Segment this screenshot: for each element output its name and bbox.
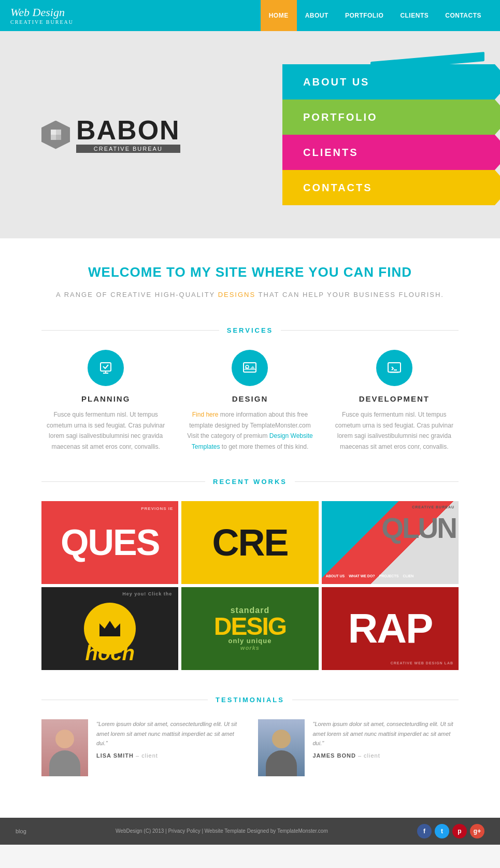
development-title: DEVELOPMENT	[330, 394, 459, 403]
works-grid: PREVIONS IE QUES CRE ABOUT US WHAT WE DO…	[41, 501, 459, 670]
logo: Web Design CREATIVE BUREAU	[10, 6, 74, 24]
welcome-section: WELCOME TO MY SITE WHERE YOU CAN FIND A …	[41, 264, 459, 301]
work-item-3[interactable]: ABOUT US WHAT WE DO? PROJECTS CLIEN QLUN…	[322, 501, 459, 584]
testimonial-role-1: – client	[136, 752, 158, 759]
ribbon-contacts[interactable]: CONTACTS	[282, 170, 500, 205]
header: Web Design CREATIVE BUREAU HOME ABOUT PO…	[0, 0, 500, 31]
planning-title: PLANNING	[41, 394, 170, 403]
testimonials-divider: TESTIMONIALS	[41, 696, 459, 704]
service-design: DESIGN Find here more information about …	[185, 350, 314, 452]
design-link1[interactable]: Find here	[192, 411, 219, 418]
svg-rect-10	[390, 372, 398, 373]
testimonial-1: "Lorem ipsum dolor sit amet, consectetur…	[41, 719, 242, 776]
nav-home[interactable]: HOME	[261, 0, 297, 31]
testimonial-avatar-2	[258, 719, 305, 776]
nav-about[interactable]: ABOUT	[297, 0, 337, 31]
development-icon-circle	[376, 350, 412, 386]
services-divider: SERVICES	[41, 326, 459, 334]
work-thumb-1: PREVIONS IE QUES	[41, 501, 178, 584]
ribbon-portfolio-label: PORTFOLIO	[303, 111, 378, 123]
hero-logo-name: BABON CREATIVE BUREAU	[76, 117, 180, 153]
design-title: DESIGN	[185, 394, 314, 403]
services-label: SERVICES	[227, 326, 274, 334]
work3-nav-about: ABOUT US	[326, 574, 345, 578]
nav-contacts[interactable]: CONTACTS	[437, 0, 490, 31]
svg-marker-12	[99, 621, 120, 636]
avatar-figure-2	[263, 730, 299, 776]
planning-icon	[98, 360, 113, 376]
main-content: WELCOME TO MY SITE WHERE YOU CAN FIND A …	[0, 238, 500, 818]
services-grid: PLANNING Fusce quis fermentum nisl. Ut t…	[41, 350, 459, 452]
footer-copyright: WebDesign (C) 2013 | Privacy Policy | We…	[116, 828, 328, 834]
avatar-figure-1	[47, 730, 83, 776]
work3-small: CREATIVE BUREAU	[412, 505, 454, 509]
design-text: Find here more information about this fr…	[185, 409, 314, 452]
testimonial-content-1: "Lorem ipsum dolor sit amet, consectetur…	[96, 719, 242, 759]
social-twitter[interactable]: t	[435, 824, 449, 838]
work4-label: hoch	[85, 642, 135, 665]
work2-label: CRE	[212, 521, 288, 564]
design-text-suffix: to get more themes of this kind.	[222, 443, 308, 450]
social-pinterest[interactable]: p	[452, 824, 467, 838]
hero-ribbon-menu: ABOUT US PORTFOLIO CLIENTS CONTACTS	[282, 64, 500, 205]
welcome-highlight: DESIGNS	[218, 291, 256, 298]
service-planning: PLANNING Fusce quis fermentum nisl. Ut t…	[41, 350, 170, 452]
work1-small: PREVIONS IE	[141, 506, 173, 511]
testimonial-avatar-1	[41, 719, 88, 776]
testimonial-quote-2: "Lorem ipsum dolor sit amet, consectetur…	[313, 719, 459, 748]
avatar-body-2	[266, 750, 297, 776]
service-development: DEVELOPMENT Fusce quis fermentum nisl. U…	[330, 350, 459, 452]
work3-nav-what: WHAT WE DO?	[349, 574, 375, 578]
work-item-6[interactable]: CREATIVE WEB DESIGN LAB RAP	[322, 587, 459, 670]
footer: blog WebDesign (C) 2013 | Privacy Policy…	[0, 818, 500, 845]
avatar-head-2	[272, 730, 291, 748]
svg-rect-1	[56, 130, 61, 135]
testimonial-quote-1: "Lorem ipsum dolor sit amet, consectetur…	[96, 719, 242, 748]
testimonial-name-1: LISA SMITH – client	[96, 752, 242, 759]
design-icon-circle	[232, 350, 268, 386]
svg-rect-3	[56, 135, 61, 140]
work5-line2: DESIG	[214, 615, 286, 637]
testimonials-grid: "Lorem ipsum dolor sit amet, consectetur…	[41, 719, 459, 776]
social-facebook[interactable]: f	[417, 824, 432, 838]
ribbon-portfolio[interactable]: PORTFOLIO	[282, 99, 500, 135]
work3-label: QLUN	[381, 511, 456, 545]
work-item-2[interactable]: CRE	[181, 501, 318, 584]
work-item-1[interactable]: PREVIONS IE QUES	[41, 501, 178, 584]
ribbon-about-label: ABOUT US	[303, 76, 369, 88]
ribbon-contacts-label: CONTACTS	[303, 182, 373, 194]
footer-blog-link[interactable]: blog	[16, 828, 26, 834]
testimonial-name-2: JAMES BOND – client	[313, 752, 459, 759]
recent-works-label: RECENT WORKS	[213, 478, 287, 486]
footer-social: f t p g+	[417, 824, 484, 838]
work6-small: CREATIVE WEB DESIGN LAB	[391, 661, 453, 665]
development-text: Fusce quis fermentum nisl. Ut tempus com…	[330, 409, 459, 452]
work3-nav: ABOUT US WHAT WE DO? PROJECTS CLIEN	[326, 574, 414, 578]
svg-rect-9	[388, 363, 401, 372]
recent-works-divider: RECENT WORKS	[41, 478, 459, 486]
avatar-body-1	[49, 750, 80, 776]
hero-brand-sub: CREATIVE BUREAU	[76, 145, 180, 153]
work3-nav-clients: CLIEN	[403, 574, 413, 578]
testimonial-content-2: "Lorem ipsum dolor sit amet, consectetur…	[313, 719, 459, 759]
work-thumb-4: Hey you! Click the hoch	[41, 587, 178, 670]
nav-portfolio[interactable]: PORTFOLIO	[337, 0, 392, 31]
work-thumb-5: standard DESIG only unique works	[181, 587, 318, 670]
planning-icon-circle	[88, 350, 124, 386]
work4-small: Hey you! Click the	[122, 591, 172, 596]
work-thumb-2: CRE	[181, 501, 318, 584]
ribbon-about[interactable]: ABOUT US	[282, 64, 500, 99]
work5-line4: works	[214, 645, 286, 651]
ribbon-clients[interactable]: CLIENTS	[282, 135, 500, 170]
nav-clients[interactable]: CLIENTS	[392, 0, 437, 31]
work6-label: RAP	[348, 605, 432, 652]
hero-brand-name: BABON	[76, 117, 180, 144]
work-item-4[interactable]: Hey you! Click the hoch	[41, 587, 178, 670]
testimonial-2: "Lorem ipsum dolor sit amet, consectetur…	[258, 719, 459, 776]
svg-rect-2	[51, 135, 56, 140]
welcome-suffix: THAT CAN HELP YOUR BUSINESS FLOURISH.	[259, 291, 444, 298]
work1-label: QUES	[61, 522, 159, 563]
work-item-5[interactable]: standard DESIG only unique works	[181, 587, 318, 670]
social-googleplus[interactable]: g+	[470, 824, 484, 838]
logo-title: Web Design	[10, 6, 65, 19]
